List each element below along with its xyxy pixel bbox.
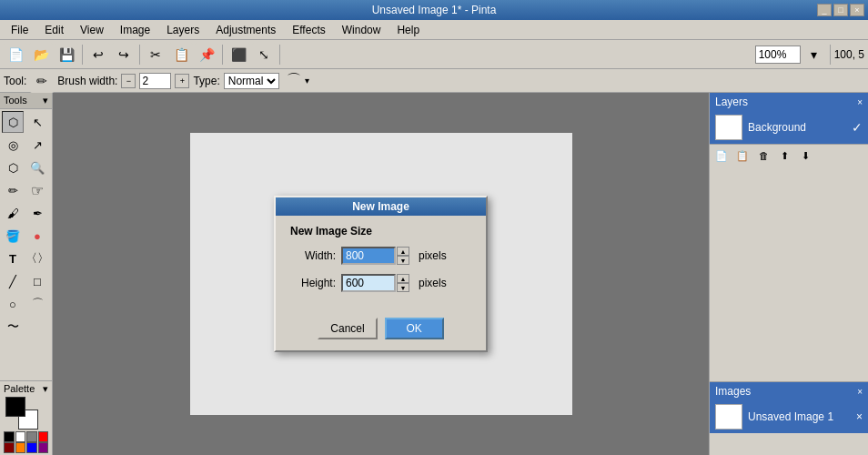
height-spin-arrows: ▲ ▼ bbox=[397, 274, 409, 292]
toolbar-separator-3 bbox=[222, 45, 223, 65]
images-title: Images bbox=[715, 385, 751, 398]
copy-button[interactable]: 📋 bbox=[169, 43, 193, 66]
add-layer-button[interactable]: 📄 bbox=[712, 147, 732, 165]
layers-title: Layers bbox=[715, 96, 748, 108]
move-layer-down-button[interactable]: ⬇ bbox=[795, 147, 815, 165]
width-up-arrow[interactable]: ▲ bbox=[397, 247, 409, 256]
duplicate-layer-button[interactable]: 📋 bbox=[732, 147, 752, 165]
coords-display: 100, 5 bbox=[834, 48, 864, 61]
width-unit: pixels bbox=[419, 249, 447, 262]
modal-overlay: New Image New Image Size Width: ▲ ▼ bbox=[53, 93, 709, 455]
save-button[interactable]: 💾 bbox=[55, 43, 78, 66]
zoom-input[interactable] bbox=[755, 46, 801, 64]
menu-effects[interactable]: Effects bbox=[285, 22, 332, 38]
tool-pencil[interactable]: ✏ bbox=[2, 179, 24, 201]
redo-button[interactable]: ↪ bbox=[112, 43, 136, 66]
brush-width-increment[interactable]: + bbox=[175, 74, 189, 88]
height-input[interactable] bbox=[341, 274, 396, 292]
height-spinbox-wrapper: ▲ ▼ bbox=[341, 274, 409, 292]
dialog-section-title: New Image Size bbox=[290, 225, 471, 238]
color-darkred[interactable] bbox=[4, 442, 15, 453]
tool-marquee[interactable]: ⬡ bbox=[2, 111, 24, 133]
layer-name: Background bbox=[748, 121, 846, 134]
dialog-body: New Image Size Width: ▲ ▼ pixels bbox=[276, 216, 486, 310]
tool-color-pick[interactable]: ● bbox=[26, 225, 48, 247]
ok-button[interactable]: OK bbox=[385, 318, 444, 339]
tool-shapes[interactable]: 〈〉 bbox=[26, 248, 48, 269]
tool-text[interactable]: T bbox=[2, 248, 24, 269]
tool-cursor[interactable]: ☞ bbox=[26, 179, 48, 201]
zoom-dropdown-button[interactable]: ▾ bbox=[802, 43, 826, 66]
tool-label: Tool: bbox=[4, 75, 26, 87]
menu-file[interactable]: File bbox=[4, 22, 35, 38]
menu-window[interactable]: Window bbox=[335, 22, 389, 38]
layer-visible-check[interactable]: ✓ bbox=[852, 120, 863, 135]
cancel-button[interactable]: Cancel bbox=[318, 318, 377, 339]
delete-layer-button[interactable]: 🗑 bbox=[753, 147, 773, 165]
tool-magic-select[interactable]: ↗ bbox=[26, 134, 48, 156]
layers-close-button[interactable]: × bbox=[857, 97, 863, 107]
height-down-arrow[interactable]: ▼ bbox=[397, 283, 409, 292]
brush-width-input[interactable] bbox=[139, 73, 171, 89]
layer-item[interactable]: Background ✓ bbox=[710, 111, 868, 144]
close-button[interactable]: × bbox=[850, 4, 864, 16]
tool-freeform[interactable]: ⌒ bbox=[26, 293, 48, 315]
palette-collapse[interactable]: ▾ bbox=[43, 383, 48, 395]
open-button[interactable]: 📂 bbox=[29, 43, 53, 66]
menu-image[interactable]: Image bbox=[113, 22, 157, 38]
brush-width-decrement[interactable]: − bbox=[121, 74, 136, 88]
height-up-arrow[interactable]: ▲ bbox=[397, 274, 409, 283]
color-red[interactable] bbox=[38, 431, 49, 442]
images-close-button[interactable]: × bbox=[857, 387, 863, 397]
tool-select[interactable]: ↖ bbox=[26, 111, 48, 133]
color-orange[interactable] bbox=[15, 442, 26, 453]
main-area: Tools ▾ ⬡ ↖ ◎ ↗ ⬡ 🔍 ✏ ☞ 🖌 ✒ 🪣 ● T 〈〉 ╱ □… bbox=[0, 93, 868, 455]
tool-zoom[interactable]: ⬡ bbox=[2, 157, 24, 178]
tool-fill[interactable]: 🪣 bbox=[2, 225, 24, 247]
color-white[interactable] bbox=[15, 431, 26, 442]
images-panel: Images × Unsaved Image 1 × bbox=[710, 382, 868, 455]
curve-tool-icon[interactable]: ⌒ bbox=[287, 71, 301, 90]
paste-button[interactable]: 📌 bbox=[195, 43, 218, 66]
menu-adjustments[interactable]: Adjustments bbox=[208, 22, 283, 38]
tools-collapse[interactable]: ▾ bbox=[43, 95, 48, 106]
window-title: Unsaved Image 1* - Pinta bbox=[372, 4, 497, 16]
resize-button[interactable]: ⤡ bbox=[252, 43, 276, 66]
color-black[interactable] bbox=[4, 431, 15, 442]
tools-panel: Tools ▾ ⬡ ↖ ◎ ↗ ⬡ 🔍 ✏ ☞ 🖌 ✒ 🪣 ● T 〈〉 ╱ □… bbox=[0, 93, 53, 455]
new-image-dialog: New Image New Image Size Width: ▲ ▼ bbox=[274, 196, 488, 352]
crop-button[interactable]: ⬛ bbox=[227, 43, 250, 66]
fg-bg-colors bbox=[5, 397, 38, 430]
fg-color-swatch[interactable] bbox=[5, 397, 25, 417]
menu-help[interactable]: Help bbox=[389, 22, 427, 38]
move-layer-up-button[interactable]: ⬆ bbox=[774, 147, 794, 165]
image-item[interactable]: Unsaved Image 1 × bbox=[710, 400, 868, 433]
undo-button[interactable]: ↩ bbox=[86, 43, 110, 66]
color-swatches-row2 bbox=[4, 442, 48, 453]
color-purple[interactable] bbox=[38, 442, 49, 453]
tool-lasso[interactable]: ◎ bbox=[2, 134, 24, 156]
tool-ellipse[interactable]: ○ bbox=[2, 293, 24, 315]
new-file-button[interactable]: 📄 bbox=[4, 43, 27, 66]
color-blue[interactable] bbox=[26, 442, 37, 453]
type-select[interactable]: Normal bbox=[224, 73, 279, 89]
color-gray[interactable] bbox=[26, 431, 37, 442]
width-down-arrow[interactable]: ▼ bbox=[397, 256, 409, 265]
menu-edit[interactable]: Edit bbox=[37, 22, 71, 38]
tool-rect-select[interactable]: □ bbox=[26, 270, 48, 292]
menu-view[interactable]: View bbox=[73, 22, 111, 38]
width-input[interactable] bbox=[341, 247, 396, 265]
tool-eraser[interactable]: ✒ bbox=[26, 202, 48, 224]
tool-curve[interactable]: 〜 bbox=[2, 316, 24, 338]
maximize-button[interactable]: □ bbox=[833, 4, 848, 16]
tool-pan[interactable]: 🔍 bbox=[26, 157, 48, 178]
menu-layers[interactable]: Layers bbox=[159, 22, 207, 38]
minimize-button[interactable]: _ bbox=[817, 4, 832, 16]
curve-dropdown[interactable]: ▾ bbox=[305, 76, 309, 86]
tool-paintbrush[interactable]: 🖌 bbox=[2, 202, 24, 224]
image-close-button[interactable]: × bbox=[856, 410, 863, 423]
layers-panel-header: Layers × bbox=[710, 93, 868, 111]
cut-button[interactable]: ✂ bbox=[144, 43, 167, 66]
tool-line[interactable]: ╱ bbox=[2, 270, 24, 292]
type-label: Type: bbox=[193, 75, 219, 87]
